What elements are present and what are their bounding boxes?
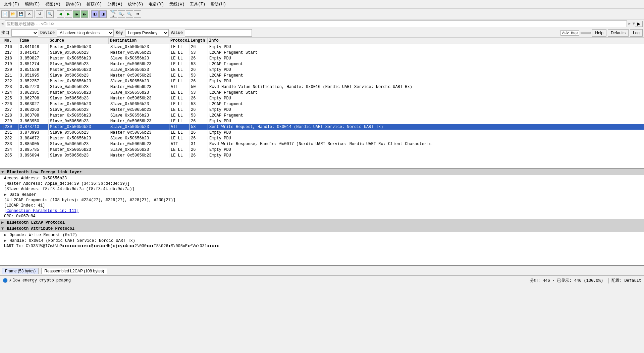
table-row[interactable]: 231 3.873993 Slave_0x50656b23 Master_0x5… [0, 130, 644, 135]
table-row[interactable]: • 226 3.863027 Master_0x50656b23 Slave_0… [0, 101, 644, 107]
go-prev-button[interactable]: ◀ [57, 10, 64, 18]
display-filter-input[interactable] [5, 20, 627, 27]
table-row[interactable]: 216 3.841048 Master_0x50656b23 Slave_0x5… [0, 44, 644, 50]
toolbar-sep-3 [55, 10, 55, 18]
row-source: Master_0x50656b23 [49, 113, 109, 118]
row-destination: Slave_0x50656b23 [109, 101, 169, 107]
reassembled-tab[interactable]: Reassembled L2CAP (108 bytes) [41, 268, 107, 274]
ble-data-header[interactable]: ▶ Data Header [1, 192, 643, 197]
zoom-out-button[interactable]: 🔍- [118, 10, 125, 18]
table-row[interactable]: 221 3.851995 Slave_0x50656b23 Master_0x5… [0, 73, 644, 78]
l2cap-section-header[interactable]: ▶ Bluetooth L2CAP Protocol [0, 219, 644, 226]
new-file-button[interactable]: 📄 [1, 10, 9, 18]
row-protocol: LE LL [169, 90, 190, 95]
zoom-normal-button[interactable]: 🔍 [126, 10, 133, 18]
menu-help[interactable]: 帮助(H) [208, 1, 229, 8]
table-row[interactable]: • 228 3.863708 Master_0x50656b23 Slave_0… [0, 113, 644, 118]
table-row[interactable]: • 230 3.873713 Master_0x50656b23 Slave_0… [0, 124, 644, 130]
row-info: Empty PDU [208, 130, 644, 135]
row-info: Empty PDU [208, 147, 644, 152]
table-row[interactable]: 218 3.850827 Master_0x50656b23 Slave_0x5… [0, 55, 644, 61]
table-row[interactable]: 229 3.863950 Slave_0x50656b23 Master_0x5… [0, 118, 644, 124]
att-handle[interactable]: ▶ Handle: 0x0014 (Nordic UART Service: N… [1, 238, 643, 244]
row-info: Empty PDU [208, 96, 644, 101]
row-protocol: LE LL [169, 79, 190, 84]
att-uart-tx[interactable]: UART Tx: C\0331%@I7ø&\bP♦♦x♦♦♦ox♦ex♦$♦♦<… [1, 244, 643, 249]
menu-edit[interactable]: 编辑(E) [22, 1, 43, 8]
ble-master-address[interactable]: [Master Address: Apple_d4:3e:39 (34:36:3… [1, 181, 643, 186]
row-info: Sent Write Request, Handle: 0x0014 (Nord… [208, 124, 644, 130]
port-select[interactable] [11, 29, 38, 37]
att-section-header[interactable]: ▼ Bluetooth Attribute Protocol [0, 226, 644, 232]
menu-phone[interactable]: 电话(Y) [146, 1, 167, 8]
table-row[interactable]: 222 3.852257 Master_0x50656b23 Slave_0x5… [0, 78, 644, 84]
go-next-button[interactable]: ▶ [65, 10, 72, 18]
menu-capture[interactable]: 捕获(C) [84, 1, 105, 8]
row-time: 3.851995 [18, 73, 49, 78]
table-row[interactable]: 220 3.851529 Master_0x50656b23 Slave_0x5… [0, 67, 644, 73]
key-select[interactable]: Legacy Passkey [125, 29, 169, 37]
ble-ll-section-header[interactable]: ▼ Bluetooth Low Energy Link Layer [0, 169, 644, 175]
ble-access-address[interactable]: Access Address: 0x50656b23 [1, 176, 643, 181]
resize-col-button[interactable]: ⇔ [134, 10, 141, 18]
filter-bar-right-arrow[interactable]: ► [628, 22, 631, 26]
table-row[interactable]: 219 3.851274 Slave_0x50656b23 Master_0x5… [0, 61, 644, 67]
row-mark: • [0, 113, 3, 118]
row-mark [0, 47, 3, 47]
packet-rows: 216 3.841048 Master_0x50656b23 Slave_0x5… [0, 44, 644, 158]
table-row[interactable]: 233 3.885005 Slave_0x50656b23 Master_0x5… [0, 141, 644, 147]
row-destination: Master_0x50656b23 [109, 84, 169, 90]
row-no: 223 [3, 84, 18, 90]
ble-l2cap-index[interactable]: [L2CAP Index: 41] [1, 203, 643, 208]
row-source: Slave_0x50656b23 [49, 130, 109, 135]
ble-connection-params[interactable]: [Connection Parameters in: 111] [1, 208, 643, 214]
value-input[interactable] [185, 29, 252, 37]
connection-params-link[interactable]: [Connection Parameters in: 111] [4, 209, 79, 213]
table-row[interactable]: 234 3.895785 Master_0x50656b23 Slave_0x5… [0, 147, 644, 152]
table-row[interactable]: • 224 3.862381 Master_0x50656b23 Slave_0… [0, 90, 644, 95]
filter-apply-button[interactable]: ▶ [635, 21, 643, 27]
ble-crc[interactable]: CRC: 0x067c84 [1, 214, 643, 219]
header-info: Info [208, 38, 644, 44]
menu-go[interactable]: 跳转(G) [63, 1, 84, 8]
row-protocol: LE LL [169, 44, 190, 50]
menu-tools[interactable]: 工具(T) [187, 1, 208, 8]
ble-l2cap-fragments[interactable]: [4 L2CAP fragments (108 bytes): #224(27)… [1, 197, 643, 203]
log-button[interactable]: Log [630, 29, 643, 37]
save-button[interactable]: 💾 [17, 10, 25, 18]
row-protocol: LE LL [169, 67, 190, 73]
ble-ll-expand-icon: ▼ [1, 170, 4, 175]
table-row[interactable]: 223 3.852723 Slave_0x50656b23 Master_0x5… [0, 84, 644, 90]
table-row[interactable]: 217 3.841417 Slave_0x50656b23 Master_0x5… [0, 50, 644, 55]
reload-button[interactable]: ↺ [36, 10, 43, 18]
att-opcode[interactable]: ▶ Opcode: Write Request (0x12) [1, 232, 643, 238]
menu-stats[interactable]: 统计(S) [125, 1, 146, 8]
ble-slave-address[interactable]: [Slave Address: f8:f3:44:db:9d:7a (f8:f3… [1, 186, 643, 192]
statusbar: 🔵 ⚡ low_energy_crypto.pcapng 分组: 446 · 已… [0, 275, 644, 285]
table-row[interactable]: 225 3.862708 Slave_0x50656b23 Master_0x5… [0, 95, 644, 101]
close-button[interactable]: ✕ [25, 10, 33, 18]
menu-view[interactable]: 视图(V) [43, 1, 63, 8]
zoom-in-button[interactable]: 🔍+ [110, 10, 117, 18]
go-first-button[interactable]: ⏮ [73, 10, 80, 18]
help-button[interactable]: Help [592, 29, 606, 37]
open-button[interactable]: 📂 [9, 10, 17, 18]
menu-wireless[interactable]: 无线(W) [167, 1, 187, 8]
row-no: 230 [3, 124, 18, 130]
att-details: ▶ Opcode: Write Request (0x12) ▶ Handle:… [0, 232, 644, 249]
row-source: Master_0x50656b23 [49, 67, 109, 73]
find-button[interactable]: 🔍 [46, 10, 54, 18]
coloring2-button[interactable]: ◨ [99, 10, 107, 18]
table-row[interactable]: 232 3.884672 Master_0x50656b23 Slave_0x5… [0, 135, 644, 141]
table-row[interactable]: 235 3.896094 Slave_0x50656b23 Master_0x5… [0, 152, 644, 158]
go-last-button[interactable]: ⏭ [81, 10, 88, 18]
frame-tab[interactable]: Frame (53 bytes) [2, 268, 39, 274]
row-mark [0, 98, 3, 99]
menu-file[interactable]: 文件(F) [1, 1, 22, 8]
filter-bar-left-arrow[interactable]: ◄ [1, 22, 4, 26]
device-select[interactable]: All advertising devices [57, 29, 114, 37]
menu-analyze[interactable]: 分析(A) [105, 1, 125, 8]
table-row[interactable]: 227 3.863263 Slave_0x50656b23 Master_0x5… [0, 107, 644, 113]
defaults-button[interactable]: Defaults [608, 29, 629, 37]
coloring-button[interactable]: ◧ [91, 10, 99, 18]
